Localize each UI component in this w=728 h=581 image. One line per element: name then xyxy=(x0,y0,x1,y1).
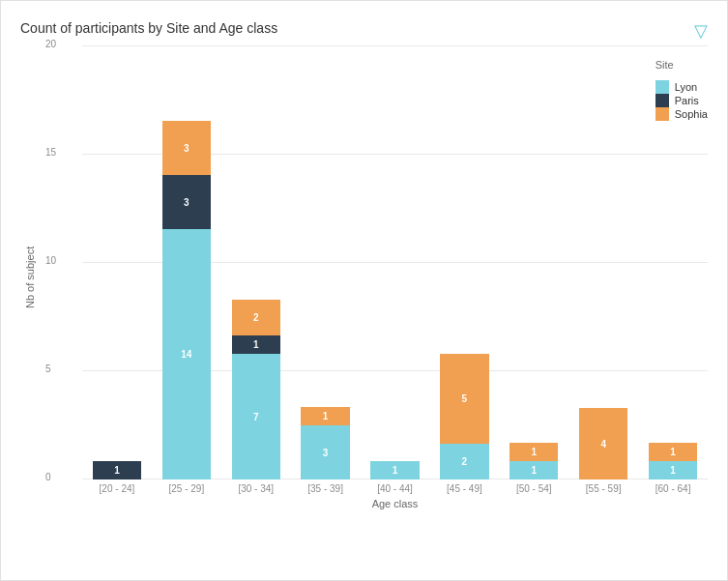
bar-label-sophia-3: 1 xyxy=(323,411,329,421)
x-label-5: [45 - 49] xyxy=(429,479,499,494)
x-label-2: [30 - 34] xyxy=(221,479,291,494)
x-axis: [20 - 24][25 - 29][30 - 34][35 - 39][40 … xyxy=(82,479,708,494)
bar-segment-lyon-4: 1 xyxy=(370,461,419,479)
bar-label-lyon-2: 7 xyxy=(253,412,259,422)
grid-label-5: 5 xyxy=(45,363,51,374)
bar-label-sophia-8: 1 xyxy=(670,447,676,457)
bar-segment-sophia-1: 3 xyxy=(162,121,211,175)
grid-label-20: 20 xyxy=(45,39,56,49)
y-axis-label: Nb of subject xyxy=(20,45,40,509)
bar-segment-paris-1: 3 xyxy=(162,175,211,229)
legend-item-lyon: Lyon xyxy=(655,80,708,94)
bar-segment-lyon-6: 1 xyxy=(510,461,558,479)
bar-segment-sophia-8: 1 xyxy=(649,443,697,461)
legend-item-paris: Paris xyxy=(655,94,708,107)
legend-item-sophia: Sophia xyxy=(655,107,708,121)
chart-area: Nb of subject 20151050 11433712311251141… xyxy=(20,45,708,509)
legend-title: Site xyxy=(655,59,708,71)
bar-label-sophia-6: 1 xyxy=(532,447,538,457)
stacked-bar-3: 31 xyxy=(301,407,349,479)
filter-icon[interactable]: ▽ xyxy=(694,20,708,42)
bar-group-2: 712 xyxy=(221,45,291,479)
bar-segment-sophia-3: 1 xyxy=(301,407,349,425)
bar-label-lyon-1: 14 xyxy=(181,349,191,360)
stacked-bar-6: 11 xyxy=(510,443,558,479)
x-label-1: [25 - 29] xyxy=(152,479,221,494)
stacked-bar-1: 1433 xyxy=(162,121,211,479)
legend-label-lyon: Lyon xyxy=(675,81,697,93)
bars-area: 114337123112511411 xyxy=(82,45,708,479)
legend-label-paris: Paris xyxy=(675,95,699,106)
legend-swatch-sophia xyxy=(655,107,669,121)
bar-group-4: 1 xyxy=(361,45,430,479)
bar-label-paris-0: 1 xyxy=(114,465,120,476)
stacked-bar-5: 25 xyxy=(440,354,488,479)
bar-group-5: 25 xyxy=(429,45,499,479)
x-axis-title: Age class xyxy=(82,498,708,509)
grid-label-15: 15 xyxy=(45,147,56,158)
bar-group-3: 31 xyxy=(291,45,361,479)
stacked-bar-8: 11 xyxy=(649,443,697,479)
bar-label-sophia-1: 3 xyxy=(184,143,189,154)
bar-segment-sophia-7: 4 xyxy=(579,408,627,479)
bar-group-0: 1 xyxy=(82,45,152,479)
bar-label-paris-1: 3 xyxy=(184,197,189,208)
bar-segment-lyon-8: 1 xyxy=(649,461,697,479)
grid-label-10: 10 xyxy=(45,255,56,266)
x-label-4: [40 - 44] xyxy=(361,479,430,494)
x-label-6: [50 - 54] xyxy=(499,479,568,494)
chart-container: Count of participants by Site and Age cl… xyxy=(0,0,728,581)
bar-segment-lyon-2: 7 xyxy=(232,354,280,479)
bar-label-sophia-5: 5 xyxy=(462,393,468,404)
bar-segment-lyon-5: 2 xyxy=(440,444,488,479)
bar-label-lyon-8: 1 xyxy=(670,465,676,476)
stacked-bar-4: 1 xyxy=(370,461,419,479)
bar-segment-paris-0: 1 xyxy=(93,461,141,479)
chart-title: Count of participants by Site and Age cl… xyxy=(20,20,708,36)
bar-group-6: 11 xyxy=(499,45,568,479)
legend: Site LyonParisSophia xyxy=(655,59,708,121)
bar-segment-sophia-2: 2 xyxy=(232,300,280,335)
x-label-8: [60 - 64] xyxy=(638,479,708,494)
bar-label-lyon-4: 1 xyxy=(393,465,398,476)
bar-segment-lyon-1: 14 xyxy=(162,229,211,479)
bar-segment-paris-2: 1 xyxy=(232,335,280,354)
x-label-0: [20 - 24] xyxy=(82,479,152,494)
bar-segment-sophia-6: 1 xyxy=(510,443,558,461)
bar-segment-lyon-3: 3 xyxy=(301,425,349,479)
legend-label-sophia: Sophia xyxy=(675,108,708,120)
bar-group-7: 4 xyxy=(568,45,638,479)
bar-label-sophia-2: 2 xyxy=(253,312,259,323)
bar-label-lyon-5: 2 xyxy=(462,456,468,467)
bar-label-paris-2: 1 xyxy=(253,339,259,350)
stacked-bar-0: 1 xyxy=(93,461,141,479)
x-label-3: [35 - 39] xyxy=(291,479,361,494)
bar-group-1: 1433 xyxy=(152,45,221,479)
bar-label-lyon-6: 1 xyxy=(532,465,538,476)
plot-area: 20151050 114337123112511411 xyxy=(44,45,708,479)
chart-with-axes: 20151050 114337123112511411 [20 - 24][25… xyxy=(44,45,708,509)
legend-swatch-paris xyxy=(655,94,669,107)
legend-swatch-lyon xyxy=(655,80,669,94)
bar-label-lyon-3: 3 xyxy=(323,448,329,458)
bar-label-sophia-7: 4 xyxy=(600,439,606,450)
x-label-7: [55 - 59] xyxy=(568,479,638,494)
bar-segment-sophia-5: 5 xyxy=(440,354,488,444)
stacked-bar-2: 712 xyxy=(232,300,280,479)
stacked-bar-7: 4 xyxy=(579,408,627,479)
grid-label-0: 0 xyxy=(45,472,51,482)
